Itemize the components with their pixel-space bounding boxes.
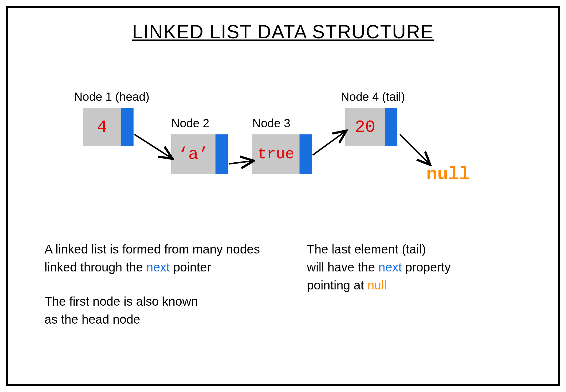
desc-line: The first node is also known [45,293,260,311]
arrow-3-4 [313,131,345,155]
desc-line: A linked list is formed from many nodes [45,241,260,258]
desc-line: will have the next property [307,258,451,276]
node-data: true [252,134,300,174]
node-label: Node 1 (head) [74,90,149,103]
node-data: 4 [83,108,121,146]
node-box: ‘a’ [171,134,228,174]
node-data: 20 [345,108,385,146]
node-box: 4 [83,108,134,146]
keyword-next: next [379,260,402,274]
arrow-4-null [400,134,429,164]
keyword-next: next [147,260,170,274]
arrow-2-3 [229,161,252,164]
node-box: true [252,134,312,174]
node-pointer [215,134,228,174]
description-right: The last element (tail) will have the ne… [307,241,451,294]
desc-line: linked through the next pointer [45,258,260,276]
desc-line: The last element (tail) [307,241,451,258]
null-terminator: null [426,164,470,185]
keyword-null: null [368,278,387,292]
desc-line: as the head node [45,311,260,329]
diagram-frame: LINKED LIST DATA STRUCTURE Node 1 (head)… [6,6,560,386]
node-pointer [121,108,134,146]
arrow-1-2 [134,134,171,158]
node-box: 20 [345,108,397,146]
node-label: Node 4 (tail) [341,90,405,103]
arrows-layer [8,8,562,388]
desc-line: pointing at null [307,276,451,294]
node-data: ‘a’ [171,134,215,174]
node-pointer [385,108,397,146]
description-left: A linked list is formed from many nodes … [45,241,260,329]
spacer [45,276,260,293]
node-label: Node 2 [171,117,209,130]
node-pointer [300,134,312,174]
node-label: Node 3 [252,117,290,130]
